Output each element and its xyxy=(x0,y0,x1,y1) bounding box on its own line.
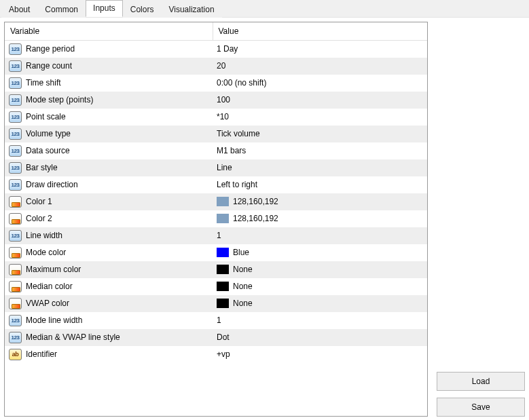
inputs-table: Variable Value Range period1 DayRange co… xyxy=(5,22,427,363)
palette-icon xyxy=(9,264,22,275)
table-row[interactable]: Range count20 xyxy=(5,58,427,75)
column-header-value[interactable]: Value xyxy=(213,22,427,41)
tab-bar: AboutCommonInputsColorsVisualization xyxy=(0,0,529,18)
palette-icon xyxy=(9,298,22,309)
palette-icon xyxy=(9,213,22,225)
table-row[interactable]: Mode step (points)100 xyxy=(5,92,427,109)
number-type-icon xyxy=(9,60,22,72)
variable-value[interactable]: Blue xyxy=(233,248,249,257)
color-swatch xyxy=(217,282,229,291)
variable-value[interactable]: None xyxy=(233,282,253,291)
palette-icon xyxy=(9,196,22,208)
table-row[interactable]: Data sourceM1 bars xyxy=(5,142,427,159)
variable-value[interactable]: None xyxy=(233,265,253,274)
table-row[interactable]: Draw directionLeft to right xyxy=(5,176,427,193)
text-type-icon xyxy=(9,349,22,360)
table-row[interactable]: Median & VWAP line styleDot xyxy=(5,329,427,346)
variable-value[interactable]: 1 xyxy=(217,316,221,325)
tab-colors[interactable]: Colors xyxy=(123,1,162,18)
variable-name: Draw direction xyxy=(26,180,78,189)
variable-value[interactable]: Left to right xyxy=(217,180,257,189)
variable-name: Identifier xyxy=(26,349,57,359)
variable-value[interactable]: Dot xyxy=(217,332,230,342)
load-button[interactable]: Load xyxy=(437,372,525,391)
variable-value[interactable]: M1 bars xyxy=(217,146,246,155)
number-type-icon xyxy=(9,332,22,343)
palette-icon xyxy=(9,281,22,292)
table-row[interactable]: Time shift0:00 (no shift) xyxy=(5,75,427,92)
color-swatch xyxy=(217,197,229,206)
variable-value[interactable]: Tick volume xyxy=(217,129,260,138)
variable-value[interactable]: 0:00 (no shift) xyxy=(217,78,266,88)
variable-name: Point scale xyxy=(26,112,66,121)
color-swatch xyxy=(217,265,229,274)
table-row[interactable]: Bar styleLine xyxy=(5,159,427,176)
save-button[interactable]: Save xyxy=(437,398,525,417)
table-row[interactable]: Range period1 Day xyxy=(5,41,427,58)
table-row[interactable]: Color 2128,160,192 xyxy=(5,210,427,227)
tab-about[interactable]: About xyxy=(1,1,37,18)
number-type-icon xyxy=(9,230,22,242)
table-row[interactable]: Mode colorBlue xyxy=(5,244,427,261)
table-row[interactable]: Volume typeTick volume xyxy=(5,126,427,142)
table-row[interactable]: Color 1128,160,192 xyxy=(5,193,427,210)
color-swatch xyxy=(217,299,229,308)
table-row[interactable]: Mode line width1 xyxy=(5,312,427,329)
number-type-icon xyxy=(9,145,22,157)
variable-value[interactable]: 1 Day xyxy=(217,44,238,54)
variable-name: Bar style xyxy=(26,163,58,172)
variable-value[interactable]: *10 xyxy=(217,112,229,121)
palette-icon xyxy=(9,247,22,259)
variable-name: Data source xyxy=(26,146,70,155)
tab-common[interactable]: Common xyxy=(37,1,86,18)
table-row[interactable]: Maximum colorNone xyxy=(5,261,427,278)
variable-value[interactable]: 1 xyxy=(217,231,221,240)
table-row[interactable]: Point scale*10 xyxy=(5,109,427,126)
color-swatch xyxy=(217,248,229,257)
side-button-column: Load Save xyxy=(437,22,525,417)
inputs-grid-panel: Variable Value Range period1 DayRange co… xyxy=(4,22,428,417)
number-type-icon xyxy=(9,128,22,140)
variable-name: Range period xyxy=(26,44,75,54)
number-type-icon xyxy=(9,162,22,174)
variable-value[interactable]: Line xyxy=(217,163,232,172)
table-row[interactable]: Median colorNone xyxy=(5,278,427,295)
number-type-icon xyxy=(9,315,22,326)
number-type-icon xyxy=(9,179,22,191)
number-type-icon xyxy=(9,77,22,89)
variable-name: Mode line width xyxy=(26,316,82,325)
variable-name: Median & VWAP line style xyxy=(26,332,120,342)
variable-value[interactable]: +vp xyxy=(217,349,230,359)
table-row[interactable]: VWAP colorNone xyxy=(5,295,427,312)
tab-inputs[interactable]: Inputs xyxy=(86,0,123,17)
variable-value[interactable]: 100 xyxy=(217,95,230,104)
number-type-icon xyxy=(9,94,22,106)
number-type-icon xyxy=(9,111,22,123)
color-swatch xyxy=(217,214,229,223)
variable-value[interactable]: 128,160,192 xyxy=(233,214,278,223)
variable-name: Median color xyxy=(26,282,73,291)
number-type-icon xyxy=(9,43,22,55)
variable-name: Time shift xyxy=(26,78,61,88)
variable-name: Maximum color xyxy=(26,265,81,274)
variable-name: Mode color xyxy=(26,248,66,257)
variable-name: Color 1 xyxy=(26,197,52,206)
table-row[interactable]: Line width1 xyxy=(5,227,427,244)
variable-name: Range count xyxy=(26,61,72,71)
variable-value[interactable]: 128,160,192 xyxy=(233,197,278,206)
variable-name: Color 2 xyxy=(26,214,52,223)
variable-name: VWAP color xyxy=(26,299,69,308)
inputs-table-header-row: Variable Value xyxy=(5,22,427,41)
column-header-variable[interactable]: Variable xyxy=(5,22,213,41)
table-row[interactable]: Identifier+vp xyxy=(5,346,427,363)
variable-value[interactable]: None xyxy=(233,299,253,308)
variable-value[interactable]: 20 xyxy=(217,61,225,71)
variable-name: Volume type xyxy=(26,129,71,138)
tab-visualization[interactable]: Visualization xyxy=(161,1,221,18)
variable-name: Mode step (points) xyxy=(26,95,93,104)
variable-name: Line width xyxy=(26,231,62,240)
content-area: Variable Value Range period1 DayRange co… xyxy=(0,18,529,420)
